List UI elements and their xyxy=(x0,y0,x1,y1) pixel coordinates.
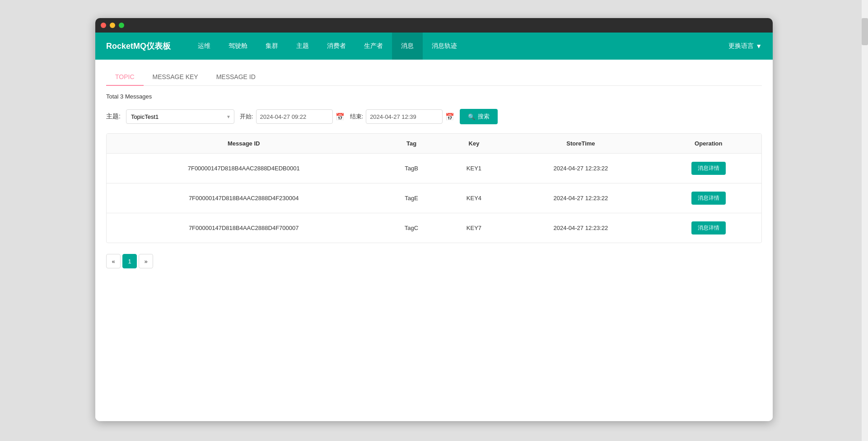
main-content: TOPIC MESSAGE KEY MESSAGE ID Total 3 Mes… xyxy=(95,60,773,421)
page-1-button[interactable]: 1 xyxy=(122,254,137,268)
start-date-input[interactable] xyxy=(256,109,333,124)
end-calendar-icon[interactable]: 📅 xyxy=(445,113,454,121)
navbar: RocketMQ仪表板 运维 驾驶舱 集群 主题 消费者 生产者 消息 消息轨迹… xyxy=(95,33,773,60)
cell-operation: 消息详情 xyxy=(656,183,761,213)
end-date-wrapper: 结束: 📅 xyxy=(350,109,455,124)
nav-item-shengchan[interactable]: 生产者 xyxy=(355,33,392,60)
pagination: « 1 » xyxy=(106,254,762,268)
table-row: 7F00000147D818B4AAC2888D4F230004 TagE KE… xyxy=(107,183,761,213)
topic-select[interactable]: TopicTest1 xyxy=(126,109,234,124)
tab-message-key[interactable]: MESSAGE KEY xyxy=(144,69,207,86)
end-date-input[interactable] xyxy=(366,109,443,124)
cell-key: KEY4 xyxy=(442,183,506,213)
cell-message-id: 7F00000147D818B4AAC2888D4EDB0001 xyxy=(107,154,381,183)
cell-tag: TagC xyxy=(381,213,442,243)
table-row: 7F00000147D818B4AAC2888D4F700007 TagC KE… xyxy=(107,213,761,243)
search-button[interactable]: 🔍 搜索 xyxy=(460,109,498,124)
search-icon: 🔍 xyxy=(468,113,475,120)
cell-message-id: 7F00000147D818B4AAC2888D4F230004 xyxy=(107,183,381,213)
minimize-btn[interactable] xyxy=(110,23,115,28)
title-bar xyxy=(95,18,773,33)
topic-label: 主题: xyxy=(106,113,121,121)
nav-items: 运维 驾驶舱 集群 主题 消费者 生产者 消息 消息轨迹 xyxy=(189,33,728,60)
tab-topic[interactable]: TOPIC xyxy=(106,69,144,86)
messages-table: Message ID Tag Key StoreTime Operation 7… xyxy=(106,133,762,243)
cell-key: KEY7 xyxy=(442,213,506,243)
detail-button-2[interactable]: 消息详情 xyxy=(691,221,726,235)
cell-key: KEY1 xyxy=(442,154,506,183)
start-label: 开始: xyxy=(240,113,253,121)
table-row: 7F00000147D818B4AAC2888D4EDB0001 TagB KE… xyxy=(107,154,761,183)
cell-operation: 消息详情 xyxy=(656,213,761,243)
end-label: 结束: xyxy=(350,113,364,121)
scrollbar-thumb[interactable] xyxy=(862,18,868,45)
col-store-time: StoreTime xyxy=(506,134,655,154)
nav-item-yunwei[interactable]: 运维 xyxy=(189,33,219,60)
detail-button-1[interactable]: 消息详情 xyxy=(691,192,726,205)
col-key: Key xyxy=(442,134,506,154)
topic-select-wrapper: TopicTest1 ▼ xyxy=(126,109,234,124)
col-message-id: Message ID xyxy=(107,134,381,154)
prev-page-button[interactable]: « xyxy=(106,254,121,268)
nav-item-jiashicang[interactable]: 驾驶舱 xyxy=(219,33,257,60)
close-btn[interactable] xyxy=(101,23,106,28)
tab-message-id[interactable]: MESSAGE ID xyxy=(207,69,265,86)
cell-store-time: 2024-04-27 12:23:22 xyxy=(506,183,655,213)
nav-item-zhuti[interactable]: 主题 xyxy=(287,33,318,60)
cell-store-time: 2024-04-27 12:23:22 xyxy=(506,154,655,183)
cell-operation: 消息详情 xyxy=(656,154,761,183)
chevron-down-icon: ▼ xyxy=(756,42,762,50)
table-header-row: Message ID Tag Key StoreTime Operation xyxy=(107,134,761,154)
nav-item-xiaosi[interactable]: 消息 xyxy=(392,33,423,60)
cell-tag: TagB xyxy=(381,154,442,183)
cell-message-id: 7F00000147D818B4AAC2888D4F700007 xyxy=(107,213,381,243)
detail-button-0[interactable]: 消息详情 xyxy=(691,162,726,175)
nav-brand: RocketMQ仪表板 xyxy=(106,41,171,52)
search-bar: 主题: TopicTest1 ▼ 开始: 📅 结束: 📅 xyxy=(106,109,762,124)
total-messages: Total 3 Messages xyxy=(106,93,762,100)
lang-switch[interactable]: 更换语言 ▼ xyxy=(728,42,762,50)
col-tag: Tag xyxy=(381,134,442,154)
next-page-button[interactable]: » xyxy=(139,254,153,268)
cell-tag: TagE xyxy=(381,183,442,213)
col-operation: Operation xyxy=(656,134,761,154)
cell-store-time: 2024-04-27 12:23:22 xyxy=(506,213,655,243)
start-date-wrapper: 开始: 📅 xyxy=(240,109,345,124)
nav-item-jiqun[interactable]: 集群 xyxy=(257,33,287,60)
start-calendar-icon[interactable]: 📅 xyxy=(336,113,345,121)
maximize-btn[interactable] xyxy=(119,23,124,28)
nav-item-xiaosiguiji[interactable]: 消息轨迹 xyxy=(423,33,466,60)
nav-item-xiaofei[interactable]: 消费者 xyxy=(318,33,355,60)
tabs: TOPIC MESSAGE KEY MESSAGE ID xyxy=(106,69,762,86)
scrollbar[interactable] xyxy=(862,0,868,441)
